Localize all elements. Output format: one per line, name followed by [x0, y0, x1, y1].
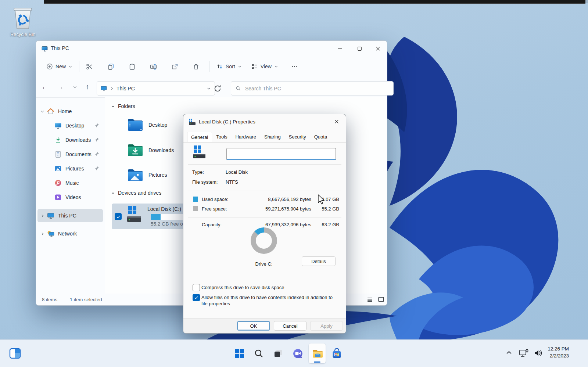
downloads-folder-icon[interactable]	[126, 141, 144, 159]
tray-chevron-up-icon[interactable]	[506, 350, 512, 355]
sidebar-item-label: Videos	[65, 194, 81, 200]
breadcrumb[interactable]: This PC	[116, 86, 135, 91]
share-button[interactable]	[168, 60, 182, 73]
section-title: Devices and drives	[118, 190, 161, 196]
tab-hardware[interactable]: Hardware	[232, 132, 260, 142]
address-bar[interactable]: This PC	[97, 81, 215, 96]
pin-icon	[94, 137, 99, 142]
sidebar-item-label: Downloads	[65, 137, 91, 143]
ok-button[interactable]: OK	[237, 321, 270, 331]
tab-page-border	[183, 142, 346, 143]
task-view-button[interactable]	[270, 343, 287, 363]
drive-icon	[189, 119, 196, 125]
chevron-down-icon[interactable]	[37, 109, 47, 114]
allow-indexing-checkbox-label[interactable]: Allow files on this drive to have conten…	[201, 294, 338, 307]
cancel-button[interactable]: Cancel	[274, 321, 306, 331]
allow-indexing-checkbox[interactable]	[193, 294, 200, 301]
store-button[interactable]	[328, 343, 345, 363]
address-dropdown-chevron[interactable]	[207, 86, 211, 91]
start-button[interactable]	[231, 343, 248, 363]
tab-security[interactable]: Security	[285, 132, 310, 142]
close-button[interactable]	[369, 41, 386, 56]
tab-tools[interactable]: Tools	[212, 132, 231, 142]
item-label[interactable]: Local Disk (C:)	[147, 206, 181, 212]
local-disk-icon	[125, 205, 143, 224]
free-space-bytes: 59,271,675,904 bytes	[265, 206, 311, 212]
sidebar-item-label: Desktop	[65, 123, 84, 129]
free-space-gb: 55.2 GB	[322, 206, 339, 212]
new-button[interactable]: New	[43, 60, 76, 73]
copy-button[interactable]	[104, 60, 118, 73]
up-button[interactable]: ↑	[81, 77, 94, 97]
delete-button[interactable]	[189, 60, 203, 73]
used-space-swatch	[193, 197, 198, 202]
capacity-label: Capacity:	[202, 222, 222, 227]
sidebar-item-downloads[interactable]: Downloads	[37, 133, 103, 147]
pin-icon	[94, 166, 99, 171]
volume-tray-icon[interactable]	[534, 349, 543, 357]
folders-section-header[interactable]: Folders	[111, 103, 135, 109]
search-input[interactable]	[244, 85, 389, 92]
view-button[interactable]: View	[248, 60, 282, 73]
forward-button[interactable]: →	[54, 77, 67, 97]
large-icons-view-toggle[interactable]	[378, 296, 384, 303]
taskbar-clock[interactable]: 12:26 PM 2/2/2023	[548, 345, 569, 359]
separator	[188, 274, 341, 274]
pictures-folder-icon[interactable]	[126, 166, 144, 184]
sidebar-item-pictures[interactable]: Pictures	[37, 162, 103, 175]
cut-button[interactable]	[82, 60, 96, 73]
sort-button[interactable]: Sort	[213, 60, 245, 73]
compress-checkbox-label[interactable]: Compress this drive to save disk space	[201, 284, 337, 291]
maximize-button[interactable]	[351, 41, 368, 56]
tab-quota[interactable]: Quota	[310, 132, 331, 142]
minimize-button[interactable]	[331, 41, 348, 56]
paste-button[interactable]	[125, 60, 139, 73]
explorer-titlebar[interactable]: This PC	[36, 41, 387, 56]
refresh-button[interactable]	[213, 84, 222, 93]
file-explorer-taskbar-button[interactable]	[309, 343, 326, 363]
taskbar-search-button[interactable]	[250, 343, 267, 363]
sidebar-item-label: Network	[58, 231, 77, 237]
drive-name-input[interactable]	[226, 148, 336, 160]
chevron-right-icon[interactable]	[37, 214, 47, 218]
recycle-bin-shortcut[interactable]: Recycle Bin	[5, 5, 40, 37]
sidebar-item-music[interactable]: Music	[37, 176, 103, 190]
recycle-bin-label: Recycle Bin	[5, 32, 40, 37]
tab-sharing[interactable]: Sharing	[260, 132, 285, 142]
details-view-toggle[interactable]	[367, 296, 373, 303]
drive-icon-large	[192, 145, 207, 159]
apply-button[interactable]: Apply	[310, 321, 343, 331]
history-chevron-button[interactable]	[68, 77, 82, 97]
rename-button[interactable]	[146, 60, 160, 73]
sidebar-item-network[interactable]: Network	[37, 227, 103, 240]
network-tray-icon[interactable]	[519, 348, 529, 358]
chat-button[interactable]	[289, 343, 306, 363]
compress-checkbox[interactable]	[193, 284, 200, 291]
back-button[interactable]: ←	[38, 77, 51, 97]
tab-general[interactable]: General	[187, 132, 212, 142]
sidebar-item-desktop[interactable]: Desktop	[37, 119, 103, 132]
item-label[interactable]: Desktop	[148, 122, 167, 128]
separator	[188, 217, 341, 217]
item-label[interactable]: Pictures	[148, 172, 167, 178]
sidebar-item-videos[interactable]: Videos	[37, 191, 103, 204]
sidebar-item-this-pc[interactable]: This PC	[37, 209, 103, 222]
search-box[interactable]	[231, 81, 394, 96]
search-icon	[236, 86, 241, 91]
selection-checkbox[interactable]	[115, 213, 122, 220]
sidebar-item-documents[interactable]: Documents	[37, 148, 103, 161]
chevron-right-icon[interactable]	[37, 232, 47, 236]
sidebar-item-home[interactable]: Home	[37, 105, 103, 118]
chevron-down-icon	[274, 65, 278, 69]
devices-section-header[interactable]: Devices and drives	[111, 190, 161, 196]
sidebar-item-label: This PC	[58, 213, 76, 219]
item-label[interactable]: Downloads	[148, 147, 174, 153]
dialog-close-button[interactable]	[330, 116, 343, 127]
usage-donut-hole	[256, 233, 272, 249]
more-options-button[interactable]	[288, 60, 302, 73]
type-label: Type:	[192, 169, 204, 175]
details-button[interactable]: Details	[302, 256, 336, 266]
widgets-button[interactable]	[7, 343, 24, 363]
chevron-down-icon	[238, 65, 242, 69]
desktop-folder-icon[interactable]	[126, 116, 144, 134]
